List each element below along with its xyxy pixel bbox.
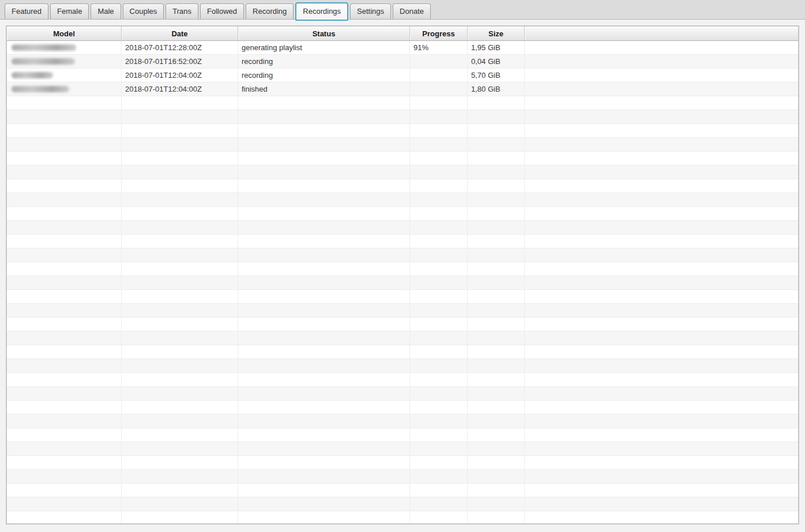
empty-row[interactable] <box>7 276 798 290</box>
tab-recordings[interactable]: Recordings <box>295 2 348 21</box>
cell-filler <box>525 110 798 123</box>
cell-model <box>7 511 122 525</box>
cell-filler <box>525 124 798 137</box>
column-header-date[interactable]: Date <box>122 27 238 40</box>
tab-couples[interactable]: Couples <box>123 3 164 19</box>
cell-filler <box>525 55 798 68</box>
empty-row[interactable] <box>7 138 798 152</box>
empty-row[interactable] <box>7 428 798 442</box>
cell-status: recording <box>238 69 410 82</box>
empty-row[interactable] <box>7 497 798 511</box>
empty-row[interactable] <box>7 221 798 235</box>
cell-model <box>7 456 122 469</box>
tab-followed[interactable]: Followed <box>200 3 244 19</box>
empty-row[interactable] <box>7 165 798 179</box>
cell-filler <box>525 290 798 303</box>
cell-progress <box>410 290 468 303</box>
recording-row[interactable]: 2018-07-01T16:52:00Zrecording0,04 GiB <box>7 55 798 69</box>
cell-size <box>468 207 525 220</box>
cell-filler <box>525 428 798 442</box>
empty-row[interactable] <box>7 414 798 428</box>
cell-progress <box>410 110 468 123</box>
tab-female[interactable]: Female <box>50 3 89 19</box>
empty-row[interactable] <box>7 345 798 359</box>
column-header-status[interactable]: Status <box>238 27 410 40</box>
cell-filler <box>525 345 798 359</box>
cell-status <box>238 497 410 511</box>
empty-row[interactable] <box>7 442 798 456</box>
cell-date <box>122 248 238 262</box>
cell-progress <box>410 152 468 165</box>
empty-row[interactable] <box>7 235 798 248</box>
cell-date <box>122 318 238 331</box>
empty-row[interactable] <box>7 373 798 387</box>
tab-male[interactable]: Male <box>91 3 121 19</box>
empty-row[interactable] <box>7 193 798 207</box>
cell-size <box>468 428 525 442</box>
empty-row[interactable] <box>7 401 798 414</box>
cell-model <box>7 96 122 110</box>
empty-row[interactable] <box>7 511 798 525</box>
cell-model <box>7 401 122 414</box>
tab-trans[interactable]: Trans <box>165 3 198 19</box>
column-header-size[interactable]: Size <box>468 27 525 40</box>
empty-row[interactable] <box>7 207 798 221</box>
empty-row[interactable] <box>7 456 798 470</box>
cell-date <box>122 387 238 400</box>
redacted-model-name <box>12 58 75 65</box>
cell-filler <box>525 387 798 400</box>
empty-row[interactable] <box>7 359 798 373</box>
tab-featured[interactable]: Featured <box>5 3 48 19</box>
cell-size <box>468 248 525 262</box>
recording-row[interactable]: 2018-07-01T12:04:00Zfinished1,80 GiB <box>7 82 798 96</box>
cell-model <box>7 124 122 137</box>
empty-row[interactable] <box>7 152 798 165</box>
empty-row[interactable] <box>7 96 798 110</box>
cell-progress <box>410 96 468 110</box>
empty-row[interactable] <box>7 124 798 138</box>
tab-donate[interactable]: Donate <box>393 3 431 19</box>
empty-row[interactable] <box>7 318 798 331</box>
empty-row[interactable] <box>7 304 798 318</box>
cell-date <box>122 276 238 289</box>
cell-progress <box>410 511 468 525</box>
column-header-model[interactable]: Model <box>7 27 122 40</box>
column-header-progress[interactable]: Progress <box>410 27 468 40</box>
cell-status: finished <box>238 82 410 96</box>
cell-model <box>7 470 122 483</box>
cell-date <box>122 165 238 179</box>
recording-row[interactable]: 2018-07-01T12:04:00Zrecording5,70 GiB <box>7 69 798 82</box>
cell-status: recording <box>238 55 410 68</box>
empty-row[interactable] <box>7 262 798 276</box>
recording-row[interactable]: 2018-07-01T12:28:00Zgenerating playlist9… <box>7 41 798 55</box>
empty-row[interactable] <box>7 290 798 304</box>
cell-date <box>122 414 238 428</box>
cell-model <box>7 235 122 248</box>
empty-row[interactable] <box>7 470 798 484</box>
cell-status <box>238 414 410 428</box>
empty-row[interactable] <box>7 484 798 497</box>
empty-row[interactable] <box>7 179 798 193</box>
cell-model <box>7 414 122 428</box>
cell-size <box>468 152 525 165</box>
cell-status <box>238 235 410 248</box>
cell-model <box>7 497 122 511</box>
tab-recording[interactable]: Recording <box>246 3 294 19</box>
cell-status <box>238 345 410 359</box>
empty-row[interactable] <box>7 248 798 262</box>
cell-filler <box>525 248 798 262</box>
cell-size <box>468 373 525 386</box>
cell-progress <box>410 470 468 483</box>
cell-progress: 91% <box>410 41 468 54</box>
empty-row[interactable] <box>7 110 798 124</box>
empty-row[interactable] <box>7 387 798 401</box>
column-header-filler <box>525 27 798 40</box>
cell-progress <box>410 304 468 317</box>
empty-row[interactable] <box>7 331 798 345</box>
cell-date <box>122 207 238 220</box>
cell-status <box>238 207 410 220</box>
cell-date <box>122 497 238 511</box>
cell-status <box>238 484 410 497</box>
cell-date <box>122 152 238 165</box>
tab-settings[interactable]: Settings <box>350 3 391 19</box>
